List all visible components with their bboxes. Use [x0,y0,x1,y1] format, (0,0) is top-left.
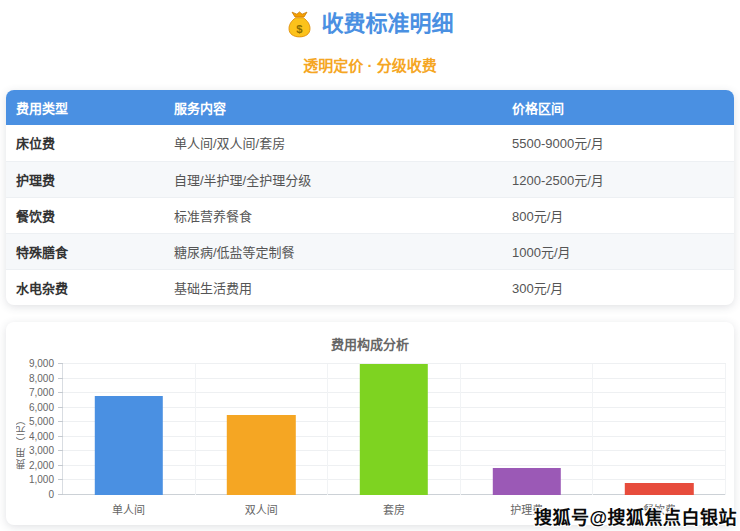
y-axis-tick-label: 2,000 [29,461,54,471]
bar-护理费 [492,468,560,495]
table-row: 床位费单人间/双人间/套房5500-9000元/月 [6,125,734,161]
table-row: 水电杂费基础生活费用300元/月 [6,269,734,305]
plot-area: 01,0002,0003,0004,0005,0006,0007,0008,00… [62,364,726,495]
x-axis-label: 套房 [328,495,461,517]
table-cell: 餐饮费 [6,197,164,233]
x-axis-label: 双人间 [195,495,328,517]
chart-card: 费用构成分析 费用（元） 01,0002,0003,0004,0005,0006… [6,322,734,525]
page-title: $ 收费标准明细 [0,9,740,39]
table-cell: 1200-2500元/月 [502,161,734,197]
table-cell: 标准营养餐食 [164,197,502,233]
table-row: 餐饮费标准营养餐食800元/月 [6,197,734,233]
bar-单人间 [95,396,163,495]
table-cell: 自理/半护理/全护理分级 [164,161,502,197]
table-cell: 单人间/双人间/套房 [164,125,502,161]
table-cell: 护理费 [6,161,164,197]
svg-text:$: $ [297,22,304,34]
y-axis-tick-label: 0 [48,490,54,500]
table-cell: 基础生活费用 [164,269,502,305]
category-slot [592,364,725,495]
table-cell: 糖尿病/低盐等定制餐 [164,233,502,269]
y-axis-tick-label: 7,000 [29,388,54,398]
plot-slots [63,364,726,495]
table-body: 床位费单人间/双人间/套房5500-9000元/月护理费自理/半护理/全护理分级… [6,125,734,305]
column-header: 价格区间 [502,90,734,125]
watermark: 搜狐号@搜狐焦点白银站 [534,503,737,529]
table-cell: 5500-9000元/月 [502,125,734,161]
table-row: 护理费自理/半护理/全护理分级1200-2500元/月 [6,161,734,197]
table-cell: 特殊膳食 [6,233,164,269]
table-header-row: 费用类型服务内容价格区间 [6,90,734,125]
page-title-text: 收费标准明细 [321,9,453,39]
column-header: 服务内容 [164,90,502,125]
fee-table: 费用类型服务内容价格区间 床位费单人间/双人间/套房5500-9000元/月护理… [6,90,734,305]
category-slot [195,364,328,495]
bar-餐饮费 [625,483,693,495]
category-slot [327,364,460,495]
page-subtitle: 透明定价 · 分级收费 [0,54,740,75]
y-axis-tick-label: 8,000 [29,374,54,384]
table-row: 特殊膳食糖尿病/低盐等定制餐1000元/月 [6,233,734,269]
bar-chart: 费用（元） 01,0002,0003,0004,0005,0006,0007,0… [14,364,726,517]
y-axis-tick-label: 3,000 [29,446,54,456]
x-axis-label: 单人间 [62,495,195,517]
table-cell: 水电杂费 [6,269,164,305]
table-cell: 800元/月 [502,197,734,233]
category-slot [460,364,593,495]
y-axis-title: 费用（元） [14,392,28,492]
y-axis-tick-label: 4,000 [29,432,54,442]
money-bag-icon: $ [286,11,313,38]
bar-套房 [360,364,428,495]
table-cell: 床位费 [6,125,164,161]
y-axis-tick-label: 1,000 [29,475,54,485]
bar-双人间 [227,415,295,495]
table-cell: 1000元/月 [502,233,734,269]
category-slot [63,364,195,495]
column-header: 费用类型 [6,90,164,125]
fee-table-card: 费用类型服务内容价格区间 床位费单人间/双人间/套房5500-9000元/月护理… [6,90,734,305]
chart-title: 费用构成分析 [14,334,726,353]
y-axis-tick-label: 9,000 [29,359,54,369]
table-cell: 300元/月 [502,269,734,305]
header: $ 收费标准明细 透明定价 · 分级收费 [0,0,740,90]
y-axis-tick-label: 5,000 [29,417,54,427]
y-axis-tick-label: 6,000 [29,403,54,413]
